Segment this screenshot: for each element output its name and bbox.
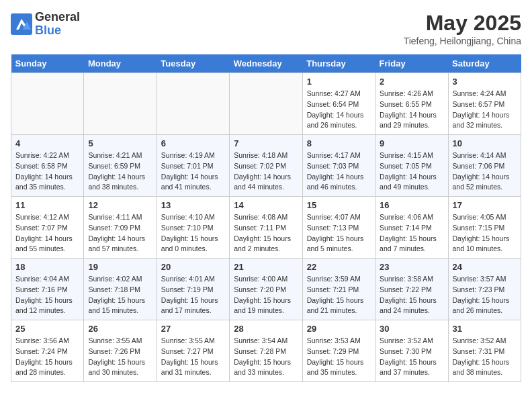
day-number: 11 [15,200,79,210]
calendar-table: SundayMondayTuesdayWednesdayThursdayFrid… [11,54,521,382]
page-header: General Blue May 2025 Tiefeng, Heilongji… [11,11,521,46]
day-info: Sunrise: 4:18 AMSunset: 7:02 PMDaylight:… [234,150,298,193]
day-info: Sunrise: 4:06 AMSunset: 7:14 PMDaylight:… [380,212,443,255]
calendar-day-cell: 16Sunrise: 4:06 AMSunset: 7:14 PMDayligh… [375,197,448,259]
calendar-day-cell: 28Sunrise: 3:54 AMSunset: 7:28 PMDayligh… [230,320,302,382]
day-info: Sunrise: 4:00 AMSunset: 7:20 PMDaylight:… [234,274,298,316]
calendar-header-row: SundayMondayTuesdayWednesdayThursdayFrid… [11,54,521,73]
day-info: Sunrise: 4:08 AMSunset: 7:11 PMDaylight:… [234,212,298,255]
calendar-day-cell: 18Sunrise: 4:04 AMSunset: 7:16 PMDayligh… [11,259,84,320]
day-info: Sunrise: 4:27 AMSunset: 6:54 PMDaylight:… [307,89,371,131]
day-number: 6 [161,138,225,148]
day-info: Sunrise: 4:11 AMSunset: 7:09 PMDaylight:… [88,212,152,255]
calendar-day-cell: 14Sunrise: 4:08 AMSunset: 7:11 PMDayligh… [230,197,302,259]
calendar-day-cell: 10Sunrise: 4:14 AMSunset: 7:06 PMDayligh… [448,135,521,197]
calendar-day-cell: 3Sunrise: 4:24 AMSunset: 6:57 PMDaylight… [448,73,521,135]
calendar-day-cell: 17Sunrise: 4:05 AMSunset: 7:15 PMDayligh… [448,197,521,259]
calendar-day-cell: 21Sunrise: 4:00 AMSunset: 7:20 PMDayligh… [230,259,302,320]
day-number: 18 [15,262,79,272]
calendar-day-cell: 23Sunrise: 3:58 AMSunset: 7:22 PMDayligh… [375,259,448,320]
day-info: Sunrise: 4:17 AMSunset: 7:03 PMDaylight:… [307,150,371,193]
day-info: Sunrise: 3:55 AMSunset: 7:27 PMDaylight:… [161,336,225,378]
day-number: 14 [234,200,298,210]
day-number: 13 [161,200,225,210]
day-of-week-header: Thursday [302,54,375,73]
calendar-day-cell [84,73,157,135]
day-number: 9 [380,138,443,148]
day-number: 26 [88,324,152,334]
day-info: Sunrise: 3:53 AMSunset: 7:29 PMDaylight:… [307,336,371,378]
calendar-day-cell: 6Sunrise: 4:19 AMSunset: 7:01 PMDaylight… [157,135,229,197]
day-number: 25 [15,324,79,334]
svg-rect-0 [11,13,32,35]
day-number: 21 [234,262,298,272]
day-info: Sunrise: 4:01 AMSunset: 7:19 PMDaylight:… [161,274,225,316]
logo-blue-text: Blue [35,24,80,38]
calendar-day-cell: 27Sunrise: 3:55 AMSunset: 7:27 PMDayligh… [157,320,229,382]
calendar-day-cell: 19Sunrise: 4:02 AMSunset: 7:18 PMDayligh… [84,259,157,320]
day-info: Sunrise: 4:02 AMSunset: 7:18 PMDaylight:… [88,274,152,316]
day-info: Sunrise: 4:07 AMSunset: 7:13 PMDaylight:… [307,212,371,255]
day-number: 27 [161,324,225,334]
day-number: 20 [161,262,225,272]
day-number: 4 [15,138,79,148]
calendar-week-row: 4Sunrise: 4:22 AMSunset: 6:58 PMDaylight… [11,135,521,197]
day-info: Sunrise: 4:26 AMSunset: 6:55 PMDaylight:… [380,89,443,131]
day-of-week-header: Monday [84,54,157,73]
day-info: Sunrise: 4:05 AMSunset: 7:15 PMDaylight:… [453,212,517,255]
calendar-day-cell: 1Sunrise: 4:27 AMSunset: 6:54 PMDaylight… [302,73,375,135]
day-number: 12 [88,200,152,210]
day-info: Sunrise: 4:15 AMSunset: 7:05 PMDaylight:… [380,150,443,193]
calendar-day-cell: 9Sunrise: 4:15 AMSunset: 7:05 PMDaylight… [375,135,448,197]
calendar-day-cell: 7Sunrise: 4:18 AMSunset: 7:02 PMDaylight… [230,135,302,197]
calendar-day-cell: 2Sunrise: 4:26 AMSunset: 6:55 PMDaylight… [375,73,448,135]
day-info: Sunrise: 4:19 AMSunset: 7:01 PMDaylight:… [161,150,225,193]
day-info: Sunrise: 4:04 AMSunset: 7:16 PMDaylight:… [15,274,79,316]
calendar-day-cell [230,73,302,135]
calendar-day-cell: 20Sunrise: 4:01 AMSunset: 7:19 PMDayligh… [157,259,229,320]
calendar-week-row: 25Sunrise: 3:56 AMSunset: 7:24 PMDayligh… [11,320,521,382]
calendar-day-cell: 25Sunrise: 3:56 AMSunset: 7:24 PMDayligh… [11,320,84,382]
day-info: Sunrise: 4:10 AMSunset: 7:10 PMDaylight:… [161,212,225,255]
day-info: Sunrise: 3:52 AMSunset: 7:30 PMDaylight:… [380,336,443,378]
calendar-day-cell: 12Sunrise: 4:11 AMSunset: 7:09 PMDayligh… [84,197,157,259]
day-number: 31 [453,324,517,334]
day-of-week-header: Friday [375,54,448,73]
day-number: 30 [380,324,443,334]
calendar-day-cell: 29Sunrise: 3:53 AMSunset: 7:29 PMDayligh… [302,320,375,382]
calendar-day-cell: 26Sunrise: 3:55 AMSunset: 7:26 PMDayligh… [84,320,157,382]
day-info: Sunrise: 3:56 AMSunset: 7:24 PMDaylight:… [15,336,79,378]
calendar-day-cell: 8Sunrise: 4:17 AMSunset: 7:03 PMDaylight… [302,135,375,197]
day-number: 8 [307,138,371,148]
day-of-week-header: Tuesday [157,54,229,73]
day-number: 10 [453,138,517,148]
day-of-week-header: Saturday [448,54,521,73]
day-info: Sunrise: 4:22 AMSunset: 6:58 PMDaylight:… [15,150,79,193]
day-number: 3 [453,77,517,87]
calendar-day-cell: 5Sunrise: 4:21 AMSunset: 6:59 PMDaylight… [84,135,157,197]
day-number: 22 [307,262,371,272]
calendar-day-cell: 31Sunrise: 3:52 AMSunset: 7:31 PMDayligh… [448,320,521,382]
day-info: Sunrise: 3:55 AMSunset: 7:26 PMDaylight:… [88,336,152,378]
day-number: 28 [234,324,298,334]
location-subtitle: Tiefeng, Heilongjiang, China [404,36,521,46]
day-info: Sunrise: 3:52 AMSunset: 7:31 PMDaylight:… [453,336,517,378]
day-info: Sunrise: 4:14 AMSunset: 7:06 PMDaylight:… [453,150,517,193]
day-info: Sunrise: 4:12 AMSunset: 7:07 PMDaylight:… [15,212,79,255]
day-number: 1 [307,77,371,87]
logo: General Blue [11,11,80,38]
day-number: 19 [88,262,152,272]
day-of-week-header: Sunday [11,54,84,73]
calendar-day-cell: 22Sunrise: 3:59 AMSunset: 7:21 PMDayligh… [302,259,375,320]
calendar-day-cell: 24Sunrise: 3:57 AMSunset: 7:23 PMDayligh… [448,259,521,320]
day-number: 7 [234,138,298,148]
calendar-day-cell: 15Sunrise: 4:07 AMSunset: 7:13 PMDayligh… [302,197,375,259]
day-number: 29 [307,324,371,334]
day-info: Sunrise: 4:21 AMSunset: 6:59 PMDaylight:… [88,150,152,193]
title-block: May 2025 Tiefeng, Heilongjiang, China [404,11,521,46]
day-number: 23 [380,262,443,272]
day-number: 24 [453,262,517,272]
day-of-week-header: Wednesday [230,54,302,73]
logo-icon [11,13,32,35]
calendar-week-row: 1Sunrise: 4:27 AMSunset: 6:54 PMDaylight… [11,73,521,135]
